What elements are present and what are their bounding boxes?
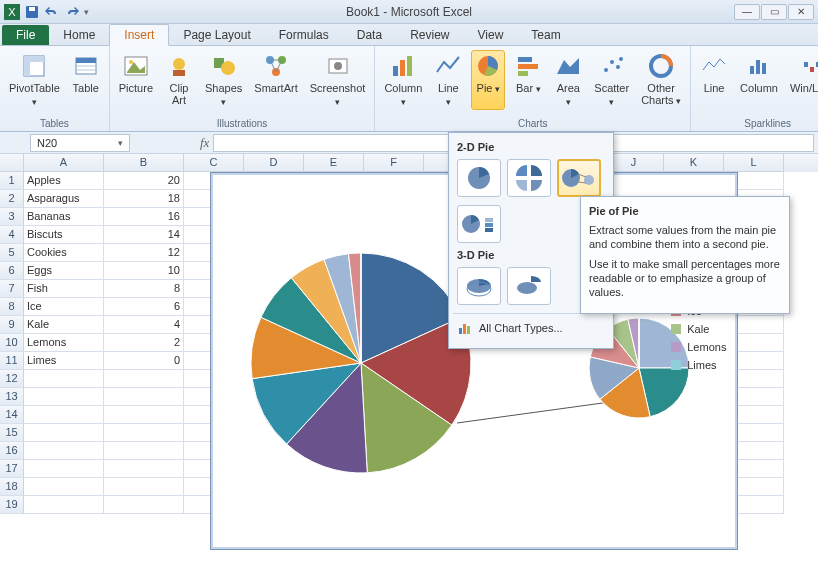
cell[interactable]: 18 [104,190,184,208]
cell[interactable] [24,388,104,406]
tab-file[interactable]: File [2,25,49,45]
cell[interactable]: 14 [104,226,184,244]
cell[interactable]: Ice [24,298,104,316]
row-header[interactable]: 11 [0,352,24,370]
cell[interactable] [104,496,184,514]
save-icon[interactable] [24,4,40,20]
cell[interactable]: Lemons [24,334,104,352]
row-header[interactable]: 2 [0,190,24,208]
cell[interactable]: 4 [104,316,184,334]
cell[interactable] [24,460,104,478]
cell[interactable]: Apples [24,172,104,190]
col-header[interactable]: D [244,154,304,172]
pivottable-button[interactable]: PivotTable [6,50,63,110]
cell[interactable]: 6 [104,298,184,316]
row-header[interactable]: 17 [0,460,24,478]
tab-formulas[interactable]: Formulas [265,25,343,45]
pie-option-pie[interactable] [457,159,501,197]
cell[interactable] [24,478,104,496]
cell[interactable]: 8 [104,280,184,298]
tab-insert[interactable]: Insert [109,24,169,46]
row-header[interactable]: 8 [0,298,24,316]
picture-button[interactable]: Picture [116,50,156,110]
all-chart-types-link[interactable]: All Chart Types... [453,313,609,342]
column-chart-button[interactable]: Column [381,50,425,110]
screenshot-button[interactable]: Screenshot [307,50,369,110]
cell[interactable] [104,478,184,496]
close-button[interactable]: ✕ [788,4,814,20]
col-header[interactable]: F [364,154,424,172]
tab-home[interactable]: Home [49,25,109,45]
col-header[interactable]: E [304,154,364,172]
row-header[interactable]: 3 [0,208,24,226]
row-header[interactable]: 9 [0,316,24,334]
row-header[interactable]: 6 [0,262,24,280]
pie-option-pie-of-pie[interactable] [557,159,601,197]
redo-icon[interactable] [64,4,80,20]
shapes-button[interactable]: Shapes [202,50,245,110]
chevron-down-icon[interactable]: ▾ [118,138,123,148]
tab-view[interactable]: View [464,25,518,45]
row-header[interactable]: 14 [0,406,24,424]
pie-chart-button[interactable]: Pie [471,50,505,110]
row-header[interactable]: 1 [0,172,24,190]
pie-option-exploded[interactable] [507,159,551,197]
cell[interactable] [104,388,184,406]
name-box[interactable]: N20▾ [30,134,130,152]
other-charts-button[interactable]: Other Charts [638,50,684,110]
row-header[interactable]: 19 [0,496,24,514]
sparkline-line-button[interactable]: Line [697,50,731,96]
col-header[interactable]: A [24,154,104,172]
row-header[interactable]: 4 [0,226,24,244]
tab-team[interactable]: Team [517,25,574,45]
sparkline-column-button[interactable]: Column [737,50,781,96]
maximize-button[interactable]: ▭ [761,4,787,20]
cell[interactable] [104,460,184,478]
bar-chart-button[interactable]: Bar [511,50,545,110]
row-header[interactable]: 7 [0,280,24,298]
table-button[interactable]: Table [69,50,103,110]
undo-icon[interactable] [44,4,60,20]
cell[interactable]: Kale [24,316,104,334]
col-header[interactable]: L [724,154,784,172]
tab-review[interactable]: Review [396,25,463,45]
pie-option-3d-exploded[interactable] [507,267,551,305]
row-header[interactable]: 10 [0,334,24,352]
cell[interactable]: 20 [104,172,184,190]
cell[interactable] [24,424,104,442]
row-header[interactable]: 15 [0,424,24,442]
qat-dropdown-icon[interactable]: ▾ [84,7,89,17]
cell[interactable] [24,406,104,424]
col-header[interactable]: B [104,154,184,172]
tab-page-layout[interactable]: Page Layout [169,25,264,45]
cell[interactable] [104,424,184,442]
cell[interactable] [104,406,184,424]
col-header[interactable]: K [664,154,724,172]
cell[interactable]: 2 [104,334,184,352]
cell[interactable] [24,442,104,460]
cell[interactable]: 16 [104,208,184,226]
line-chart-button[interactable]: Line [431,50,465,110]
select-all-corner[interactable] [0,154,24,172]
scatter-chart-button[interactable]: Scatter [591,50,632,110]
cell[interactable] [104,442,184,460]
cell[interactable]: 0 [104,352,184,370]
cell[interactable] [24,370,104,388]
fx-label[interactable]: fx [200,135,209,151]
cell[interactable]: Fish [24,280,104,298]
cell[interactable]: Asparagus [24,190,104,208]
cell[interactable]: Cookies [24,244,104,262]
cell[interactable]: 12 [104,244,184,262]
cell[interactable]: Biscuts [24,226,104,244]
col-header[interactable]: C [184,154,244,172]
row-header[interactable]: 18 [0,478,24,496]
row-header[interactable]: 13 [0,388,24,406]
cell[interactable]: Eggs [24,262,104,280]
minimize-button[interactable]: — [734,4,760,20]
cell[interactable]: Bananas [24,208,104,226]
cell[interactable] [104,370,184,388]
smartart-button[interactable]: SmartArt [251,50,300,110]
sparkline-winloss-button[interactable]: Win/Loss [787,50,818,96]
tab-data[interactable]: Data [343,25,396,45]
cell[interactable] [24,496,104,514]
